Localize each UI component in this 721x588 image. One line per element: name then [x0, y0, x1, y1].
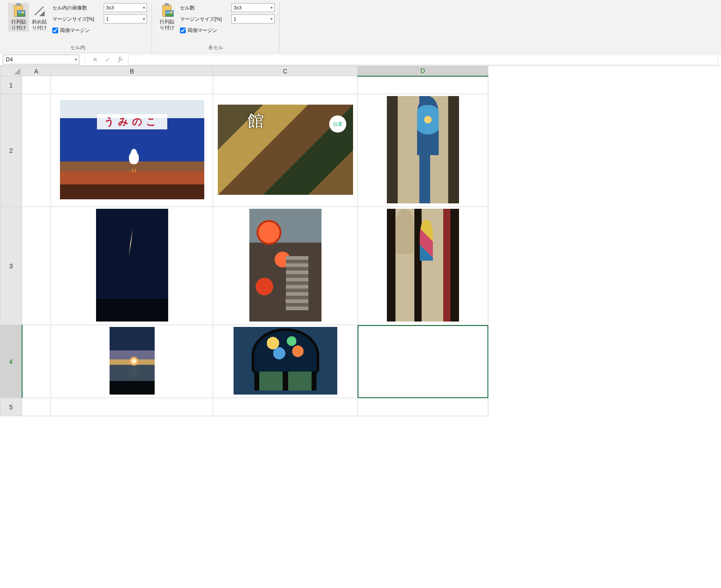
cell-B4[interactable] — [51, 325, 213, 398]
paste-diagonal-button[interactable]: 斜め貼り付け — [29, 3, 50, 32]
row-header-2[interactable]: 2 — [0, 94, 22, 207]
cell-C1[interactable] — [213, 76, 358, 94]
image-seagull[interactable] — [60, 100, 204, 199]
cell-D3[interactable] — [358, 207, 488, 325]
image-market[interactable] — [218, 105, 353, 195]
cell-B1[interactable] — [51, 76, 213, 94]
cell-D5[interactable] — [358, 398, 488, 416]
image-stained-glass[interactable] — [234, 327, 337, 395]
margin-size-value-2: 1 — [234, 16, 236, 22]
cancel-icon[interactable]: ✕ — [90, 55, 100, 64]
ribbon-group-cell: 行列貼り付け 斜め貼り付け セル内の画像数 3x3 ▾ マージンサイズ[%] — [4, 3, 152, 53]
row-header-1[interactable]: 1 — [0, 76, 22, 94]
row-header-4[interactable]: 4 — [0, 325, 22, 398]
image-sunset[interactable] — [110, 327, 155, 395]
name-box[interactable]: D4 ▾ — [3, 55, 79, 64]
cell-A3[interactable] — [22, 207, 51, 325]
images-per-cell-value: 3x3 — [106, 5, 114, 10]
paste-matrix-button[interactable]: 行列貼り付け — [8, 3, 29, 32]
col-header-A[interactable]: A — [22, 66, 51, 76]
col-header-D[interactable]: D — [358, 66, 488, 76]
cell-count-label: セル数 — [180, 5, 230, 11]
cell-count-value: 3x3 — [234, 5, 242, 10]
chevron-down-icon: ▾ — [271, 17, 273, 21]
chevron-down-icon: ▾ — [143, 17, 145, 21]
chevron-down-icon: ▾ — [143, 5, 145, 10]
both-margin-label-1: 両側マージン — [60, 27, 90, 34]
both-margin-label-2: 両側マージン — [188, 27, 217, 34]
row-header-5[interactable]: 5 — [0, 398, 22, 416]
both-margin-check-1[interactable] — [52, 28, 58, 33]
cell-A5[interactable] — [22, 398, 51, 416]
cell-B2[interactable] — [51, 94, 213, 207]
cell-B3[interactable] — [51, 207, 213, 325]
select-all-corner[interactable] — [0, 66, 22, 76]
paste-matrix-label: 行列貼り付け — [11, 19, 26, 31]
chevron-down-icon: ▾ — [75, 57, 77, 62]
margin-size-combo-1[interactable]: 1 ▾ — [104, 14, 147, 23]
cell-D1[interactable] — [358, 76, 488, 94]
margin-size-combo-2[interactable]: 1 ▾ — [231, 14, 275, 23]
enter-icon[interactable]: ✓ — [103, 55, 113, 64]
margin-size-label-1: マージンサイズ[%] — [52, 16, 102, 23]
col-header-C[interactable]: C — [213, 66, 358, 76]
margin-size-label-2: マージンサイズ[%] — [180, 16, 230, 23]
both-margin-checkbox-1[interactable]: 両側マージン — [52, 27, 102, 34]
cell-D2[interactable] — [358, 94, 488, 207]
paste-diagonal-label: 斜め貼り付け — [32, 19, 47, 31]
cell-A2[interactable] — [22, 94, 51, 207]
cell-C3[interactable] — [213, 207, 358, 325]
clipboard-picture-icon — [160, 4, 174, 18]
spreadsheet-grid[interactable]: A B C D 1 2 3 — [0, 66, 721, 416]
row-header-3[interactable]: 3 — [0, 207, 22, 325]
clipboard-picture-icon — [11, 4, 26, 18]
formula-input[interactable] — [128, 55, 718, 64]
formula-bar: D4 ▾ ⋮ ✕ ✓ fx — [0, 53, 721, 66]
paste-matrix-label-2: 行列貼り付け — [160, 19, 175, 31]
cell-count-combo[interactable]: 3x3 ▾ — [231, 3, 275, 12]
ribbon-group-percell: 行列貼り付け セル数 3x3 ▾ マージンサイズ[%] 1 ▾ — [152, 3, 280, 53]
image-corridor-1[interactable] — [387, 96, 459, 203]
fx-icon[interactable]: fx — [115, 55, 125, 64]
cell-C5[interactable] — [213, 398, 358, 416]
cell-C2[interactable] — [213, 94, 358, 207]
images-per-cell-label: セル内の画像数 — [52, 5, 102, 11]
image-night-sky[interactable] — [96, 209, 168, 322]
cell-D4[interactable] — [358, 325, 488, 398]
image-corridor-2[interactable] — [387, 209, 459, 322]
group-label-percell: 各セル — [208, 43, 223, 53]
both-margin-check-2[interactable] — [180, 28, 186, 33]
ribbon: 行列貼り付け 斜め貼り付け セル内の画像数 3x3 ▾ マージンサイズ[%] — [0, 0, 721, 53]
images-per-cell-combo[interactable]: 3x3 ▾ — [104, 3, 147, 12]
both-margin-checkbox-2[interactable]: 両側マージン — [180, 27, 230, 34]
paste-matrix-button-2[interactable]: 行列貼り付け — [156, 3, 177, 32]
image-lanterns[interactable] — [249, 209, 321, 322]
diagonal-arrow-icon — [32, 4, 46, 18]
group-label-cell: セル内 — [70, 43, 85, 53]
cell-A4[interactable] — [22, 325, 51, 398]
cell-B5[interactable] — [51, 398, 213, 416]
separator: ⋮ — [82, 56, 87, 63]
chevron-down-icon: ▾ — [271, 5, 273, 10]
name-box-value: D4 — [6, 56, 13, 63]
col-header-B[interactable]: B — [51, 66, 213, 76]
margin-size-value-1: 1 — [106, 16, 109, 22]
cell-C4[interactable] — [213, 325, 358, 398]
cell-A1[interactable] — [22, 76, 51, 94]
